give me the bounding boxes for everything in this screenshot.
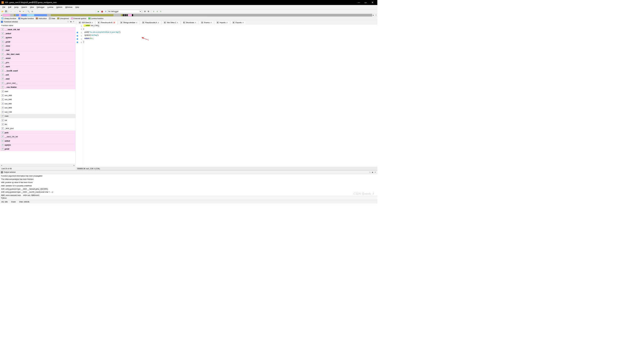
function-row[interactable]: f_srand: [0, 56, 76, 60]
breakpoint-dot-icon[interactable]: [77, 35, 78, 36]
function-row[interactable]: fsub_B80: [0, 102, 76, 106]
out-close-icon[interactable]: ✕: [374, 171, 376, 173]
tb-find[interactable]: 🔍: [27, 10, 30, 13]
function-row[interactable]: finit: [0, 118, 76, 122]
function-row[interactable]: fstart: [0, 89, 76, 93]
menu-options[interactable]: Options: [55, 6, 64, 9]
function-row[interactable]: f_rand: [0, 77, 76, 81]
tab-strings-window[interactable]: ▦Strings window×: [118, 20, 140, 24]
functions-header[interactable]: Function name: [0, 24, 76, 27]
tab-close-icon[interactable]: ×: [226, 21, 228, 24]
tb-a[interactable]: A: [18, 10, 22, 13]
open-icon[interactable]: 📂: [1, 10, 4, 13]
tb-lumina1[interactable]: ⬆: [152, 10, 155, 13]
tb-text[interactable]: ▤: [30, 10, 34, 13]
tab-close-icon[interactable]: ×: [195, 21, 196, 24]
breakpoint-dot-icon[interactable]: [77, 38, 78, 40]
fwd-icon[interactable]: →: [13, 10, 16, 13]
code-line[interactable]: }: [83, 41, 377, 44]
function-row[interactable]: f_printf: [0, 40, 76, 44]
function-row[interactable]: f_system: [0, 36, 76, 40]
tb-star[interactable]: ✦: [22, 10, 25, 13]
menu-help[interactable]: Help: [74, 6, 80, 9]
tb-cfg1[interactable]: ⚙: [143, 10, 147, 13]
tab-imports[interactable]: ▦Imports×: [215, 20, 230, 24]
functions-hscroll[interactable]: ◄►: [0, 164, 76, 167]
function-row[interactable]: f__stack_chk_fail: [0, 135, 76, 139]
code-body[interactable]: __int64 sub_C3E(){ printf("You are a pro…: [83, 24, 377, 167]
tab-pseudocode-a[interactable]: ▦Pseudocode-A×: [140, 20, 161, 24]
tab-close-icon[interactable]: ×: [113, 21, 115, 23]
nav-left-icon[interactable]: ◀: [0, 14, 3, 16]
breakpoint-dot-icon[interactable]: [77, 32, 78, 33]
gutter-line[interactable]: 6: [76, 41, 83, 44]
nav-down-icon[interactable]: ▾: [375, 14, 378, 16]
menu-lumina[interactable]: Lumina: [46, 6, 55, 9]
menu-debugger[interactable]: Debugger: [35, 6, 46, 9]
function-row[interactable]: fsetbuf: [0, 139, 76, 143]
nav-right-icon[interactable]: ▶: [372, 14, 375, 16]
pane-float-icon[interactable]: ▣: [70, 21, 72, 23]
menu-view[interactable]: View: [28, 6, 35, 9]
menu-search[interactable]: Search: [20, 6, 28, 9]
function-row[interactable]: f__isoc99_scanf: [0, 69, 76, 73]
function-row[interactable]: f___stack_chk_fail: [0, 27, 76, 31]
menu-edit[interactable]: Edit: [7, 6, 13, 9]
nav-map[interactable]: [3, 14, 372, 16]
console-prompt[interactable]: Python: [0, 196, 377, 200]
tab-enums[interactable]: ▦Enums×: [199, 20, 214, 24]
code-line[interactable]: {: [83, 28, 377, 31]
pane-close-icon[interactable]: ✕: [72, 21, 75, 23]
output-body[interactable]: Function argument information has been p…: [0, 174, 377, 196]
out-float-icon[interactable]: ▣: [372, 171, 374, 173]
code-line[interactable]: return 0LL;: [83, 37, 377, 41]
tab-exports[interactable]: ▦Exports×: [230, 20, 246, 24]
tb-cfg2[interactable]: ⚙: [147, 10, 150, 13]
function-row[interactable]: ffini: [0, 122, 76, 126]
tab-pseudocode-b[interactable]: ▦Pseudocode-B×: [96, 20, 117, 24]
menu-jump[interactable]: Jump: [13, 6, 20, 9]
function-row[interactable]: fprintf: [0, 147, 76, 151]
dbg-record-icon[interactable]: ⬤: [101, 10, 104, 13]
function-row[interactable]: f_exit: [0, 73, 76, 77]
dbg-pause-icon[interactable]: ⏸: [104, 10, 107, 13]
close-button[interactable]: ✕: [369, 0, 376, 5]
gutter-line[interactable]: 5: [76, 37, 83, 41]
tab-close-icon[interactable]: ×: [243, 21, 244, 24]
tb-lumina2[interactable]: ⬇: [156, 10, 159, 13]
gutter-line[interactable]: 3: [76, 31, 83, 34]
function-row[interactable]: fsub_BB0: [0, 106, 76, 110]
function-row[interactable]: fsystem: [0, 143, 76, 147]
function-row[interactable]: f_read: [0, 48, 76, 52]
tab-structures[interactable]: ▦Structures×: [181, 20, 198, 24]
function-row[interactable]: f_gets: [0, 60, 76, 64]
code-line[interactable]: __int64 sub_C3E(): [83, 24, 377, 28]
gutter-line[interactable]: 4: [76, 34, 83, 37]
back-icon[interactable]: ←: [10, 10, 13, 13]
function-row[interactable]: fmain: [0, 114, 76, 118]
function-row[interactable]: f_close: [0, 44, 76, 48]
function-row[interactable]: f__gmon_start__: [0, 81, 76, 85]
function-row[interactable]: fputs: [0, 131, 76, 135]
tb-lumina3[interactable]: ⇅: [159, 10, 163, 13]
gutter-line[interactable]: 2: [76, 28, 83, 31]
dbg-play-icon[interactable]: ▶: [97, 10, 100, 13]
menu-windows[interactable]: Windows: [64, 6, 74, 9]
code-area[interactable]: 123456 __int64 sub_C3E(){ printf("You ar…: [76, 24, 377, 167]
code-line[interactable]: system("cat flag");: [83, 34, 377, 37]
function-row[interactable]: fsub_C3E: [0, 110, 76, 114]
code-line[interactable]: printf("You are a prophet!\nHere is your…: [83, 31, 377, 34]
tab-close-icon[interactable]: ×: [211, 21, 212, 24]
tab-close-icon[interactable]: ×: [136, 21, 137, 24]
menu-file[interactable]: File: [1, 6, 7, 9]
tab-ida-view-a[interactable]: ▦IDA View-A×: [77, 20, 95, 24]
function-row[interactable]: fsub_AB0: [0, 94, 76, 98]
pane-min-icon[interactable]: ▢: [67, 21, 69, 23]
tab-hex-view-1[interactable]: ▦Hex View-1×: [162, 20, 180, 24]
debugger-selector[interactable]: No debugger: [108, 10, 142, 13]
function-row[interactable]: f_setbuf: [0, 31, 76, 35]
breakpoint-dot-icon[interactable]: [77, 41, 78, 43]
maximize-button[interactable]: ▭: [362, 0, 369, 5]
out-min-icon[interactable]: ▢: [369, 171, 371, 173]
minimize-button[interactable]: —: [355, 0, 362, 5]
